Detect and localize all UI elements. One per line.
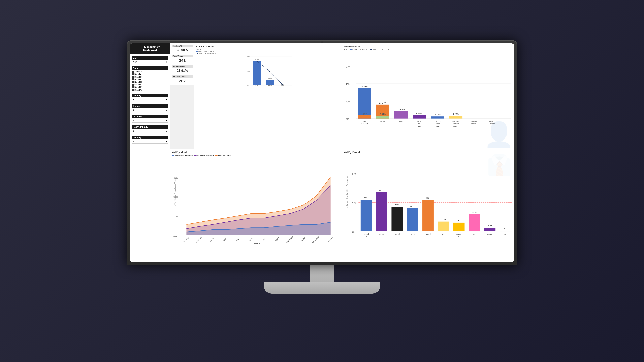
country2-label: Country — [132, 136, 168, 139]
brand-checkbox[interactable] — [132, 89, 134, 91]
bar-male — [266, 80, 274, 85]
country2-dropdown[interactable]: All ▼ — [132, 140, 168, 144]
dashboard-title: HR Management Dashboard — [130, 43, 170, 54]
country-dropdown[interactable]: All ▼ — [132, 98, 168, 102]
monitor-body: HR Management Dashboard Date 2021 ▼ Bran… — [127, 40, 517, 266]
gender-right-svg: 60% 40% 20% 0% 5 — [344, 51, 512, 144]
svg-rect-36 — [412, 115, 426, 119]
vol-by-month-title: Vol By Month — [172, 151, 340, 154]
svg-text:February: February — [196, 236, 202, 243]
svg-text:Latino: Latino — [416, 125, 422, 127]
brand-list: Select allBrand ABrand BBrand CBrand DBr… — [132, 70, 168, 91]
brand-checkbox[interactable] — [132, 76, 134, 78]
brand-checkbox[interactable] — [132, 73, 134, 75]
svg-text:Ameri...: Ameri... — [452, 125, 459, 127]
svg-text:0%: 0% — [346, 118, 349, 121]
svg-rect-34 — [394, 111, 408, 119]
brand-item[interactable]: Select all — [132, 70, 168, 73]
svg-text:60%: 60% — [346, 65, 350, 68]
svg-text:0%: 0% — [352, 231, 355, 233]
svg-text:More: More — [435, 123, 440, 125]
svg-text:Brand: Brand — [487, 233, 492, 235]
svg-text:April: April — [222, 237, 227, 242]
svg-text:10%: 10% — [174, 215, 178, 218]
svg-text:Not: Not — [363, 120, 366, 122]
svg-text:5.40%: 5.40% — [416, 113, 422, 115]
bottom-right-panel: 👔 Vol By Brand Vol Annualized Attrition … — [342, 149, 514, 262]
brand-item[interactable]: Brand A — [132, 73, 168, 76]
svg-rect-32 — [376, 116, 390, 119]
brand-checkbox[interactable] — [132, 86, 134, 88]
bottom-left-panel: Vol By Month InVol Attrition Annualized … — [170, 149, 342, 262]
brand-checkbox[interactable] — [132, 84, 134, 86]
svg-text:Male: Male — [268, 87, 271, 87]
gender-label: Gender — [132, 104, 168, 108]
svg-text:Brand: Brand — [379, 233, 384, 235]
brand-checkbox[interactable] — [132, 81, 134, 83]
brand-item[interactable]: Brand E — [132, 83, 168, 86]
brand-item[interactable]: Brand F — [132, 86, 168, 89]
svg-rect-106 — [469, 214, 480, 232]
svg-text:December: December — [326, 236, 334, 244]
country-label: Country — [132, 94, 168, 97]
svg-text:12.85%: 12.85% — [398, 108, 405, 111]
svg-text:I: I — [490, 236, 490, 238]
svg-rect-98 — [407, 208, 418, 231]
peak-terms-box: Peak Terms 341 — [170, 53, 194, 64]
svg-text:Or: Or — [418, 123, 420, 125]
vol-by-month-svg: 30% 20% 10% 0% InVol Attrition Annualize… — [172, 157, 340, 255]
svg-text:August: August — [274, 237, 280, 242]
svg-text:African: African — [453, 123, 459, 125]
svg-text:2.54%: 2.54% — [380, 113, 386, 115]
gender-dropdown[interactable]: All ▼ — [132, 108, 168, 112]
svg-point-14 — [282, 84, 283, 85]
svg-text:36.56: 36.56 — [364, 196, 369, 199]
svg-text:Brand: Brand — [456, 233, 462, 235]
location-label: Location — [132, 115, 168, 118]
svg-text:40%: 40% — [346, 83, 350, 86]
svg-text:23.97%: 23.97% — [379, 102, 386, 104]
svg-text:F: F — [396, 236, 398, 238]
svg-text:20%: 20% — [352, 202, 356, 205]
vol-by-gender-left-status: Status %GT Total Staff To Date %GT Leave… — [196, 49, 340, 54]
metrics-column: Attrition % 30.68% Peak Terms 341 Vol At… — [170, 43, 194, 149]
attrition-pct-value: 30.68% — [172, 48, 192, 52]
svg-text:80.05%: 80.05% — [255, 85, 259, 87]
brand-checkbox[interactable] — [132, 71, 134, 73]
filter-section-country2: Country All ▼ — [130, 134, 170, 144]
camera-dot — [321, 41, 323, 43]
brand-checkbox[interactable] — [132, 78, 134, 80]
svg-point-12 — [256, 60, 258, 61]
date-dropdown[interactable]: 2021 ▼ — [132, 60, 168, 64]
svg-text:26.83: 26.83 — [410, 205, 415, 207]
vol-peak-box: Vol Peak Terms 262 — [170, 74, 194, 85]
attrition-pct-label: Attrition % — [172, 45, 192, 47]
brand-item[interactable]: Brand C — [132, 78, 168, 81]
brand-item[interactable]: Brand D — [132, 81, 168, 83]
location-dropdown[interactable]: All ▼ — [132, 119, 168, 123]
brand-item[interactable]: Brand G — [132, 89, 168, 91]
race-dropdown[interactable]: All ▼ — [132, 129, 168, 133]
svg-point-13 — [269, 71, 270, 72]
svg-text:50%: 50% — [247, 71, 250, 72]
svg-text:J: J — [412, 236, 413, 238]
filter-section-location: Location All ▼ — [130, 113, 170, 123]
svg-text:May: May — [236, 237, 240, 242]
brand-item[interactable]: Brand B — [132, 76, 168, 78]
svg-rect-38 — [431, 116, 444, 118]
monitor-stand-base — [264, 282, 380, 294]
svg-text:Brand: Brand — [426, 233, 431, 235]
svg-text:10.22: 10.22 — [457, 219, 462, 222]
svg-text:White: White — [380, 120, 386, 122]
svg-text:0.94%: 0.94% — [281, 85, 284, 87]
svg-text:Asian: Asian — [399, 120, 404, 122]
svg-text:July: July — [262, 238, 266, 242]
svg-text:36.14: 36.14 — [426, 197, 431, 199]
svg-text:0%: 0% — [247, 85, 249, 86]
svg-text:Month: Month — [254, 242, 262, 245]
svg-text:20%: 20% — [346, 100, 350, 103]
svg-text:51.77%: 51.77% — [361, 85, 368, 88]
svg-text:5.08%: 5.08% — [362, 113, 368, 115]
svg-text:19.53: 19.53 — [472, 211, 477, 213]
svg-text:October: October — [299, 236, 306, 243]
